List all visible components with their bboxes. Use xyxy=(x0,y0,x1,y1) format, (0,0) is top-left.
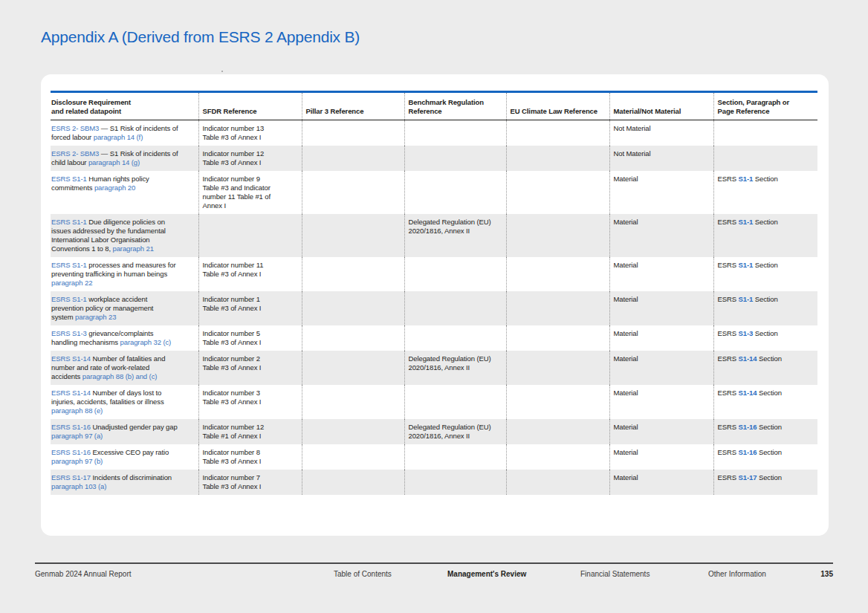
reference-link[interactable]: S1-1 xyxy=(739,261,754,269)
reference-link[interactable]: ESRS S1-17 xyxy=(51,473,91,481)
benchmark-cell xyxy=(404,146,506,171)
reference-link[interactable]: paragraph 103 (a) xyxy=(51,482,106,490)
reference-link[interactable]: paragraph 88 (b) and (c) xyxy=(82,372,158,380)
cell-text: Section xyxy=(757,354,782,363)
table-row: ESRS S1-17 Incidents of discrimination p… xyxy=(51,470,817,495)
eu-climate-cell xyxy=(506,444,609,470)
reference-link[interactable]: ESRS S1-1 xyxy=(51,218,87,226)
section-cell: ESRS S1-17 Section xyxy=(713,470,817,495)
disclosure-cell: ESRS S1-16 Excessive CEO pay ratio parag… xyxy=(51,444,198,470)
pillar3-cell xyxy=(302,171,404,214)
reference-link[interactable]: paragraph 21 xyxy=(113,244,154,253)
pillar3-cell xyxy=(302,257,404,291)
cell-text: Section xyxy=(757,448,782,456)
eu-climate-cell xyxy=(506,351,609,385)
reference-link[interactable]: paragraph 14 (g) xyxy=(88,158,140,166)
reference-link[interactable]: paragraph 88 (e) xyxy=(51,406,103,415)
cell-text: Section xyxy=(757,423,782,431)
sfdr-cell: Indicator number 12 Table #3 of Annex I xyxy=(198,146,302,171)
eu-climate-cell xyxy=(506,257,609,291)
table-row: ESRS 2- SBM3 — S1 Risk of incidents of f… xyxy=(51,120,817,146)
reference-link[interactable]: ESRS S1-1 xyxy=(51,175,87,183)
benchmark-cell xyxy=(404,291,506,325)
cell-text: ESRS xyxy=(718,473,739,481)
appendix-table-wrap: Disclosure Requirement and related datap… xyxy=(51,91,817,495)
section-cell: ESRS S1-16 Section xyxy=(713,444,817,470)
reference-link[interactable]: paragraph 32 (c) xyxy=(120,338,172,346)
benchmark-cell: Delegated Regulation (EU) 2020/1816, Ann… xyxy=(404,419,506,444)
reference-link[interactable]: ESRS S1-1 xyxy=(51,261,87,269)
material-cell: Material xyxy=(609,291,713,325)
reference-link[interactable]: S1-17 xyxy=(739,473,757,481)
footer-nav-financial-statements[interactable]: Financial Statements xyxy=(580,570,650,578)
cell-text: ESRS xyxy=(718,354,739,363)
reference-link[interactable]: ESRS S1-3 xyxy=(51,329,87,337)
reference-link[interactable]: ESRS 2- SBM3 xyxy=(51,124,99,132)
disclosure-cell: ESRS S1-1 Human rights policy commitment… xyxy=(51,171,198,214)
reference-link[interactable]: paragraph 14 (f) xyxy=(94,133,143,141)
reference-link[interactable]: ESRS S1-14 xyxy=(51,389,91,397)
section-cell xyxy=(713,120,817,146)
footer-nav-table-of-contents[interactable]: Table of Contents xyxy=(334,570,392,578)
cell-text: Excessive CEO pay ratio xyxy=(91,448,169,456)
page-title: Appendix A (Derived from ESRS 2 Appendix… xyxy=(41,28,360,46)
reference-link[interactable]: S1-16 xyxy=(739,423,757,431)
reference-link[interactable]: S1-1 xyxy=(739,175,754,183)
benchmark-cell xyxy=(404,171,506,214)
section-cell xyxy=(713,146,817,171)
footer-divider xyxy=(35,562,833,564)
reference-link[interactable]: paragraph 23 xyxy=(75,313,116,321)
disclosure-cell: ESRS S1-14 Number of days lost to injuri… xyxy=(51,385,198,419)
footer-nav-managements-review[interactable]: Management's Review xyxy=(447,570,526,578)
reference-link[interactable]: S1-14 xyxy=(739,354,757,363)
eu-climate-cell xyxy=(506,470,609,495)
material-cell: Material xyxy=(609,351,713,385)
eu-climate-cell xyxy=(506,214,609,257)
pillar3-cell xyxy=(302,419,404,444)
column-header-6: Section, Paragraph or Page Reference xyxy=(713,92,817,120)
reference-link[interactable]: S1-1 xyxy=(739,295,754,303)
reference-link[interactable]: ESRS S1-16 xyxy=(51,448,91,456)
column-header-4: EU Climate Law Reference xyxy=(506,92,609,120)
column-header-1: SFDR Reference xyxy=(198,92,302,120)
cell-text: Incidents of discrimination xyxy=(91,473,172,481)
benchmark-cell xyxy=(404,470,506,495)
section-cell: ESRS S1-1 Section xyxy=(713,291,817,325)
sfdr-cell: Indicator number 9 Table #3 and Indicato… xyxy=(198,171,302,214)
reference-link[interactable]: paragraph 97 (a) xyxy=(51,432,103,440)
reference-link[interactable]: S1-16 xyxy=(739,448,757,456)
disclosure-cell: ESRS S1-14 Number of fatalities and numb… xyxy=(51,351,198,385)
footer: Genmab 2024 Annual Report Table of Conte… xyxy=(0,570,868,585)
reference-link[interactable]: ESRS 2- SBM3 xyxy=(51,149,99,158)
footer-nav-other-information[interactable]: Other Information xyxy=(708,570,766,578)
report-name: Genmab 2024 Annual Report xyxy=(35,570,132,578)
column-header-0: Disclosure Requirement and related datap… xyxy=(51,92,198,120)
table-row: ESRS S1-16 Excessive CEO pay ratio parag… xyxy=(51,444,817,470)
pillar3-cell xyxy=(302,444,404,470)
reference-link[interactable]: S1-3 xyxy=(739,329,754,337)
reference-link[interactable]: paragraph 20 xyxy=(94,184,135,192)
sfdr-cell: Indicator number 7 Table #3 of Annex I xyxy=(198,470,302,495)
reference-link[interactable]: paragraph 22 xyxy=(51,279,92,287)
cell-text: ESRS xyxy=(718,295,739,303)
page-number: 135 xyxy=(820,570,833,578)
reference-link[interactable]: ESRS S1-14 xyxy=(51,354,91,363)
eu-climate-cell xyxy=(506,291,609,325)
table-row: ESRS S1-1 processes and measures for pre… xyxy=(51,257,817,291)
reference-link[interactable]: ESRS S1-1 xyxy=(51,295,87,303)
sfdr-cell: Indicator number 1 Table #3 of Annex I xyxy=(198,291,302,325)
cell-text: Section xyxy=(757,389,782,397)
reference-link[interactable]: paragraph 97 (b) xyxy=(51,457,103,465)
benchmark-cell xyxy=(404,257,506,291)
pillar3-cell xyxy=(302,470,404,495)
cell-text: Unadjusted gender pay gap xyxy=(91,423,178,431)
eu-climate-cell xyxy=(506,146,609,171)
reference-link[interactable]: S1-1 xyxy=(739,218,754,226)
reference-link[interactable]: ESRS S1-16 xyxy=(51,423,91,431)
sfdr-cell: Indicator number 2 Table #3 of Annex I xyxy=(198,351,302,385)
section-cell: ESRS S1-3 Section xyxy=(713,325,817,351)
table-row: ESRS S1-14 Number of days lost to injuri… xyxy=(51,385,817,419)
sfdr-cell: Indicator number 5 Table #3 of Annex I xyxy=(198,325,302,351)
disclosure-cell: ESRS S1-3 grievance/complaints handling … xyxy=(51,325,198,351)
reference-link[interactable]: S1-14 xyxy=(739,389,757,397)
